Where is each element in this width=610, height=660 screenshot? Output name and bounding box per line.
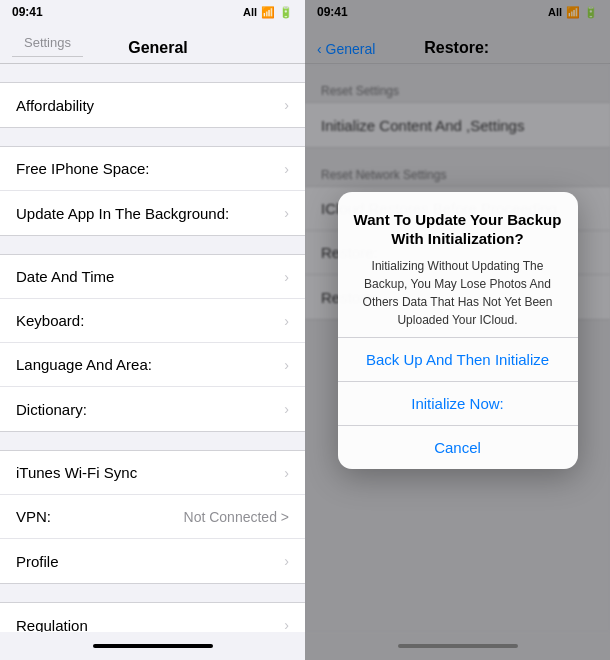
group-affordability: Affordability › — [0, 82, 305, 128]
status-icons-left: All 📶 🔋 — [243, 6, 293, 19]
gap-1 — [0, 64, 305, 82]
wifi-icon-left: 📶 — [261, 6, 275, 19]
nav-bar-left: Settings General — [0, 24, 305, 64]
bottom-bar-left — [0, 632, 305, 660]
group-storage: Free IPhone Space: › Update App In The B… — [0, 146, 305, 236]
list-item[interactable]: iTunes Wi-Fi Sync › — [0, 451, 305, 495]
list-item[interactable]: Regulation › — [0, 603, 305, 632]
dialog: Want To Update Your Backup With Initiali… — [338, 192, 578, 469]
cancel-button[interactable]: Cancel — [338, 426, 578, 469]
list-item[interactable]: Update App In The Background: › — [0, 191, 305, 235]
gap-5 — [0, 584, 305, 602]
dialog-message: Initializing Without Updating The Backup… — [354, 257, 562, 329]
group-connectivity: iTunes Wi-Fi Sync › VPN: Not Connected >… — [0, 450, 305, 584]
battery-icon-left: 🔋 — [279, 6, 293, 19]
chevron-icon: › — [284, 617, 289, 632]
dialog-overlay: Want To Update Your Backup With Initiali… — [305, 0, 610, 660]
chevron-icon: › — [284, 269, 289, 285]
list-item[interactable]: Profile › — [0, 539, 305, 583]
chevron-icon: › — [284, 97, 289, 113]
settings-list-left: Affordability › Free IPhone Space: › Upd… — [0, 64, 305, 632]
chevron-icon: › — [284, 205, 289, 221]
dialog-header: Want To Update Your Backup With Initiali… — [338, 192, 578, 337]
list-item[interactable]: Affordability › — [0, 83, 305, 127]
list-item[interactable]: Language And Area: › — [0, 343, 305, 387]
chevron-icon: › — [284, 161, 289, 177]
initialize-now-button[interactable]: Initialize Now: — [338, 382, 578, 426]
signal-left: All — [243, 6, 257, 18]
backup-and-initialize-button[interactable]: Back Up And Then Initialize — [338, 338, 578, 382]
home-indicator-left — [93, 644, 213, 648]
right-panel: 09:41 All 📶 🔋 ‹ General Restore: Reset S… — [305, 0, 610, 660]
nav-back-left[interactable]: Settings — [12, 17, 83, 57]
vpn-value: Not Connected > — [184, 509, 289, 525]
chevron-icon: › — [284, 465, 289, 481]
gap-2 — [0, 128, 305, 146]
chevron-icon: › — [284, 401, 289, 417]
list-item[interactable]: Free IPhone Space: › — [0, 147, 305, 191]
chevron-icon: › — [284, 313, 289, 329]
list-item[interactable]: Date And Time › — [0, 255, 305, 299]
dialog-actions: Back Up And Then Initialize Initialize N… — [338, 337, 578, 469]
list-item[interactable]: Keyboard: › — [0, 299, 305, 343]
left-panel: 09:41 All 📶 🔋 Settings General Affordabi… — [0, 0, 305, 660]
list-item[interactable]: Dictionary: › — [0, 387, 305, 431]
dialog-title: Want To Update Your Backup With Initiali… — [354, 210, 562, 249]
chevron-icon: › — [284, 357, 289, 373]
group-datetime: Date And Time › Keyboard: › Language And… — [0, 254, 305, 432]
group-regulation: Regulation › — [0, 602, 305, 632]
chevron-icon: › — [284, 553, 289, 569]
gap-4 — [0, 432, 305, 450]
list-item-vpn[interactable]: VPN: Not Connected > — [0, 495, 305, 539]
gap-3 — [0, 236, 305, 254]
nav-title-left: General — [83, 39, 233, 57]
